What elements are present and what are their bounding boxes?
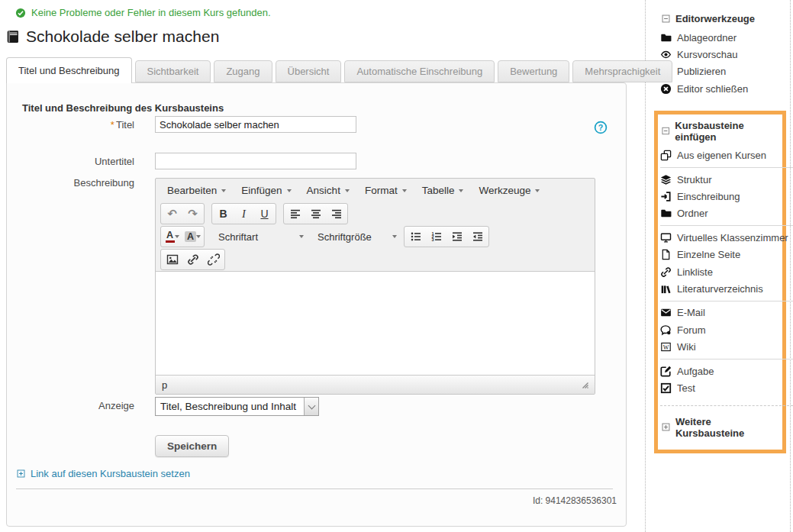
sidebar-item-einschreibung[interactable]: Einschreibung [660,188,782,205]
insert-link-button[interactable] [182,250,203,269]
editor-toolbar-row-3 [156,248,595,271]
chevron-down-icon [535,189,540,192]
sidebar-subheader-weitere-kursbausteine[interactable]: Weitere Kursbausteine [660,414,782,443]
wiki-icon [660,341,672,353]
sidebar-item-ablageordner[interactable]: Ablageordner [660,29,791,46]
text-color-button[interactable]: A [162,227,182,246]
italic-button[interactable]: I [234,205,254,223]
sidebar-item-wiki[interactable]: Wiki [660,338,782,355]
sidebar-section-header-editor-tools[interactable]: Editorwerkzeuge [660,11,791,29]
editor-content-area[interactable] [156,271,595,375]
rich-text-editor: BearbeitenEinfügenAnsichtFormatTabelleWe… [155,178,595,395]
align-right-button[interactable] [326,205,347,223]
underline-button[interactable]: U [254,205,275,223]
sidebar-section-editor-tools: EditorwerkzeugeAblageordnerKursvorschauP… [654,11,791,98]
sidebar-item-virtuelles-klassenzimmer[interactable]: Virtuelles Klassenzimmer [660,229,782,246]
menu-ansicht[interactable]: Ansicht [299,180,357,202]
sidebar-item-kursvorschau[interactable]: Kursvorschau [660,46,791,63]
course-editor-page: Keine Probleme oder Fehler in diesem Kur… [0,0,793,532]
tab-bewertung[interactable]: Bewertung [498,60,569,82]
help-icon[interactable] [594,121,608,134]
tab-titel-und-beschreibung[interactable]: Titel und Beschreibung [6,57,132,83]
sidebar-item-literaturverzeichnis[interactable]: Literaturverzeichnis [660,280,782,297]
editor-element-path[interactable]: p [162,379,167,391]
sidebar-item-einzelne-seite[interactable]: Einzelne Seite [660,247,782,263]
check-square-icon [660,382,672,394]
sidebar-section-header-insert-course-elements[interactable]: Kursbausteine einfügen [660,118,782,147]
tab-mehrsprachigkeit[interactable]: Mehrsprachigkeit [572,60,672,82]
tab-zugang[interactable]: Zugang [214,60,272,82]
tab-bar: Titel und BeschreibungSichtbarkeitZugang… [6,57,675,83]
align-center-button[interactable] [305,205,326,223]
outdent-button[interactable] [467,227,488,246]
page-title-text: Schokolade selber machen [26,27,219,46]
sidebar-item-ordner[interactable]: Ordner [660,205,782,222]
monitor-icon [660,232,672,243]
sidebar-item-label: Publizieren [677,66,726,77]
sidebar-divider [660,167,793,168]
menu-label: Bearbeiten [167,185,217,196]
align-left-button[interactable] [285,205,305,223]
font-size-select[interactable]: Schriftgröße [311,227,404,247]
sidebar-item-linkliste[interactable]: Linkliste [660,263,782,280]
background-color-button[interactable]: A [182,227,203,246]
sidebar-item-label: Aufgabe [677,366,714,377]
link-icon [187,253,199,266]
title-input[interactable] [155,116,356,133]
redo-button[interactable]: ↷ [182,205,203,223]
footer-divider [16,488,613,489]
set-link-toggle[interactable]: Link auf diesen Kursbaustein setzen [16,468,190,479]
sidebar-item-aus-eigenen-kursen[interactable]: Aus eigenen Kursen [660,147,782,164]
sidebar-item-label: Ablageordner [677,32,737,44]
tab-automatische-einschreibung[interactable]: Automatische Einschreibung [344,60,495,82]
align-center-icon [310,208,322,220]
menu-einfügen[interactable]: Einfügen [234,180,298,202]
font-family-select[interactable]: Schriftart [211,227,311,247]
subtitle-input[interactable] [155,153,356,169]
menu-bearbeiten[interactable]: Bearbeiten [160,180,234,202]
sidebar-item-forum[interactable]: Forum [660,321,782,338]
sidebar-item-e-mail[interactable]: E-Mail [660,305,782,321]
sidebar-item-aufgabe[interactable]: Aufgabe [660,363,782,379]
image-icon [166,253,179,266]
sidebar-item-test[interactable]: Test [660,379,782,396]
underline-icon: U [260,208,268,220]
envelope-icon [660,307,672,318]
indent-button[interactable] [446,227,467,246]
italic-icon: I [242,208,246,221]
sidebar-item-struktur[interactable]: Struktur [660,171,782,188]
chevron-down-icon [345,189,350,192]
sidebar-item-label: Aus eigenen Kursen [677,150,766,161]
layers-icon [660,174,672,185]
bullet-list-button[interactable] [405,227,426,246]
sidebar-section-title: Editorwerkzeuge [675,13,755,24]
tab-content-panel: Titel und Beschreibung des Kursbausteins… [6,82,627,527]
link-icon [660,266,672,278]
editor-resize-handle[interactable] [580,379,588,391]
chevron-down-icon [304,398,318,415]
menu-label: Ansicht [307,185,340,196]
sidebar-item-editor-schließen[interactable]: Editor schließen [660,80,791,97]
editor-menubar: BearbeitenEinfügenAnsichtFormatTabelleWe… [156,179,595,202]
sidebar-item-publizieren[interactable]: Publizieren [660,63,791,80]
tab-sichtbarkeit[interactable]: Sichtbarkeit [135,60,211,82]
sidebar-divider [660,225,793,226]
bold-button[interactable]: B [213,205,234,223]
pencil-square-icon [660,366,672,377]
unlink-button[interactable] [203,250,224,269]
plus-box-icon [16,469,26,479]
font-family-select-label: Schriftart [218,231,258,243]
menu-tabelle[interactable]: Tabelle [414,180,472,202]
insert-image-button[interactable] [162,250,182,269]
sidebar-item-label: Wiki [677,341,696,353]
save-button[interactable]: Speichern [155,435,229,457]
tab-übersicht[interactable]: Übersicht [276,60,342,82]
numbered-list-button[interactable] [426,227,446,246]
required-marker: * [111,119,114,131]
undo-button[interactable]: ↶ [162,205,182,223]
menu-werkzeuge[interactable]: Werkzeuge [471,180,547,202]
redo-icon: ↷ [188,207,198,221]
menu-format[interactable]: Format [357,180,414,202]
display-select[interactable]: Titel, Beschreibung und Inhalt [155,397,319,416]
chevron-down-icon [299,235,304,238]
